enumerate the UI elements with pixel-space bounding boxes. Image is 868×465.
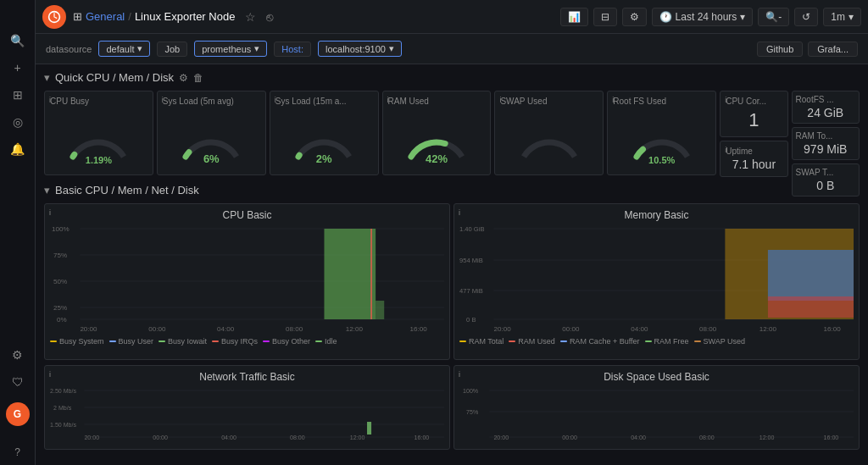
disk-basic-chart: i Disk Space Used Basic 100% 75% 20:00 0… bbox=[453, 365, 860, 450]
datasource-filter[interactable]: default ▾ bbox=[98, 41, 150, 57]
zoom-out-button[interactable]: 🔍- bbox=[758, 8, 789, 26]
grafana-button[interactable]: Grafa... bbox=[808, 42, 858, 57]
breadcrumb-general[interactable]: General bbox=[86, 10, 125, 23]
svg-text:100%: 100% bbox=[463, 388, 478, 394]
settings-button[interactable]: ⚙ bbox=[622, 8, 647, 26]
memory-chart-title: Memory Basic bbox=[459, 209, 854, 221]
sidebar-grid-icon[interactable]: ⊞ bbox=[13, 88, 23, 102]
svg-text:12:00: 12:00 bbox=[346, 325, 364, 333]
cpu-chart-legend: Busy System Busy User Busy Iowait Busy I… bbox=[50, 337, 444, 346]
svg-rect-50 bbox=[367, 422, 371, 435]
legend-busy-other: Busy Other bbox=[263, 337, 310, 346]
memory-basic-chart: i Memory Basic 1.40 GiB 954 MiB 477 MiB … bbox=[453, 203, 860, 360]
share-icon[interactable]: ⎋ bbox=[266, 10, 273, 24]
cpu-chart-title: CPU Basic bbox=[50, 209, 444, 221]
swap-total-stat: SWAP T... 0 B bbox=[792, 163, 860, 197]
basic-section-title: Basic CPU / Mem / Net / Disk bbox=[55, 184, 199, 197]
legend-busy-irqs: Busy IRQs bbox=[212, 337, 258, 346]
svg-text:12:00: 12:00 bbox=[350, 435, 365, 440]
github-button[interactable]: Github bbox=[757, 42, 803, 57]
legend-ram-used: RAM Used bbox=[509, 337, 555, 346]
svg-text:16:00: 16:00 bbox=[415, 435, 430, 440]
svg-text:20:00: 20:00 bbox=[80, 325, 97, 333]
top-nav: ⊞ General / Linux Exporter Node ☆ ⎋ 📊 ⊟ … bbox=[36, 0, 868, 34]
svg-text:100%: 100% bbox=[52, 225, 70, 233]
root-fs-value: 10.5% bbox=[648, 155, 675, 165]
dashboard-button[interactable]: ⊟ bbox=[593, 8, 617, 26]
disk-chart-title: Disk Space Used Basic bbox=[459, 371, 854, 383]
sys-load-15m-gauge: i Sys Load (15m a... 2% bbox=[270, 91, 379, 175]
swap-total-title: SWAP T... bbox=[796, 168, 855, 177]
swap-total-value: 0 B bbox=[796, 179, 855, 192]
sidebar-bell-icon[interactable]: 🔔 bbox=[10, 142, 25, 156]
svg-text:04:00: 04:00 bbox=[217, 325, 235, 333]
sys-load-15m-value: 2% bbox=[316, 152, 332, 165]
breadcrumb: ⊞ General / Linux Exporter Node bbox=[73, 10, 235, 23]
svg-rect-17 bbox=[324, 229, 376, 319]
sidebar-add-icon[interactable]: + bbox=[14, 61, 20, 75]
external-buttons: Github Grafa... bbox=[757, 42, 858, 57]
ram-used-wrap: 42% bbox=[388, 108, 486, 167]
star-icon[interactable]: ☆ bbox=[245, 10, 256, 24]
swap-used-wrap bbox=[500, 108, 598, 167]
cpu-basic-chart: i CPU Basic 100% 75% 50% 25% 0% bbox=[44, 203, 450, 360]
sys-load-15m-wrap: 2% bbox=[275, 108, 373, 167]
swap-used-title: SWAP Used bbox=[500, 97, 598, 106]
legend-ram-free: RAM Free bbox=[645, 337, 689, 346]
svg-text:25%: 25% bbox=[53, 304, 67, 312]
sidebar-help-icon[interactable]: ? bbox=[14, 446, 20, 458]
svg-text:954 MiB: 954 MiB bbox=[459, 257, 483, 264]
legend-busy-user: Busy User bbox=[109, 337, 154, 346]
memory-chart-legend: RAM Total RAM Used RAM Cache + Buffer RA… bbox=[459, 337, 854, 346]
basic-collapse-icon[interactable]: ▾ bbox=[44, 184, 50, 197]
time-range-picker[interactable]: 🕐 Last 24 hours ▾ bbox=[652, 8, 754, 26]
refresh-interval[interactable]: 1m ▾ bbox=[823, 8, 861, 26]
section-settings-icon[interactable]: ⚙ bbox=[179, 72, 188, 84]
sidebar-user-avatar[interactable]: G bbox=[6, 402, 30, 426]
time-range-label: Last 24 hours bbox=[676, 11, 737, 23]
sys-load-5m-gauge: i Sys Load (5m avg) 6% bbox=[157, 91, 266, 175]
svg-text:16:00: 16:00 bbox=[824, 435, 839, 440]
svg-text:04:00: 04:00 bbox=[221, 435, 236, 440]
legend-swap-used: SWAP Used bbox=[694, 337, 746, 346]
svg-text:0 B: 0 B bbox=[466, 316, 476, 324]
charts-row-1: i CPU Basic 100% 75% 50% 25% 0% bbox=[44, 203, 860, 360]
chart-type-button[interactable]: 📊 bbox=[560, 8, 588, 26]
sys-load-5m-wrap: 6% bbox=[163, 108, 260, 167]
svg-text:16:00: 16:00 bbox=[824, 325, 842, 333]
legend-ram-total: RAM Total bbox=[459, 337, 504, 346]
rootfs-total-stat: RootFS ... 24 GiB bbox=[792, 91, 860, 124]
svg-text:04:00: 04:00 bbox=[631, 325, 648, 333]
grid-icon: ⊞ bbox=[73, 10, 82, 23]
sys-load-5m-title: Sys Load (5m avg) bbox=[163, 97, 260, 106]
root-fs-wrap: 10.5% bbox=[613, 108, 710, 167]
sys-load-5m-value: 6% bbox=[203, 152, 220, 165]
basic-section-header: ▾ Basic CPU / Mem / Net / Disk bbox=[44, 184, 860, 197]
quick-section-header: ▾ Quick CPU / Mem / Disk ⚙ 🗑 bbox=[44, 71, 860, 84]
svg-text:00:00: 00:00 bbox=[148, 325, 166, 333]
svg-text:00:00: 00:00 bbox=[153, 435, 168, 440]
chevron-down-icon: ▾ bbox=[849, 11, 854, 23]
svg-text:00:00: 00:00 bbox=[562, 435, 577, 440]
svg-rect-36 bbox=[768, 296, 854, 318]
sidebar-shield-icon[interactable]: 🛡 bbox=[12, 375, 24, 389]
ram-total-value: 979 MiB bbox=[796, 142, 855, 156]
memory-chart-area: 1.40 GiB 954 MiB 477 MiB 0 B 20:00 00:00… bbox=[459, 224, 854, 335]
sidebar-settings-icon[interactable]: ⚙ bbox=[12, 348, 23, 362]
job-filter[interactable]: prometheus ▾ bbox=[194, 41, 267, 57]
gauge-row: i CPU Busy 1.19% i Sys Load (5m avg) 6% bbox=[44, 91, 860, 175]
section-trash-icon[interactable]: 🗑 bbox=[193, 72, 203, 84]
sidebar-search-icon[interactable]: 🔍 bbox=[10, 34, 25, 47]
refresh-button[interactable]: ↺ bbox=[794, 8, 818, 26]
collapse-icon[interactable]: ▾ bbox=[44, 71, 50, 84]
host-filter[interactable]: localhost:9100 ▾ bbox=[318, 41, 402, 57]
cpu-chart-area: 100% 75% 50% 25% 0% 20:00 00:00 04:00 08… bbox=[50, 224, 444, 335]
cpu-busy-gauge-wrap: 1.19% bbox=[50, 108, 147, 167]
sidebar-compass-icon[interactable]: ◎ bbox=[13, 115, 23, 129]
svg-text:08:00: 08:00 bbox=[290, 435, 305, 440]
datasource-label: datasource bbox=[46, 44, 92, 54]
rootfs-total-value: 24 GiB bbox=[796, 106, 855, 119]
network-basic-chart: i Network Traffic Basic 2.50 Mb/s 2 Mb/s… bbox=[44, 365, 450, 450]
app-logo[interactable] bbox=[42, 5, 66, 29]
ram-total-title: RAM To... bbox=[796, 131, 855, 141]
